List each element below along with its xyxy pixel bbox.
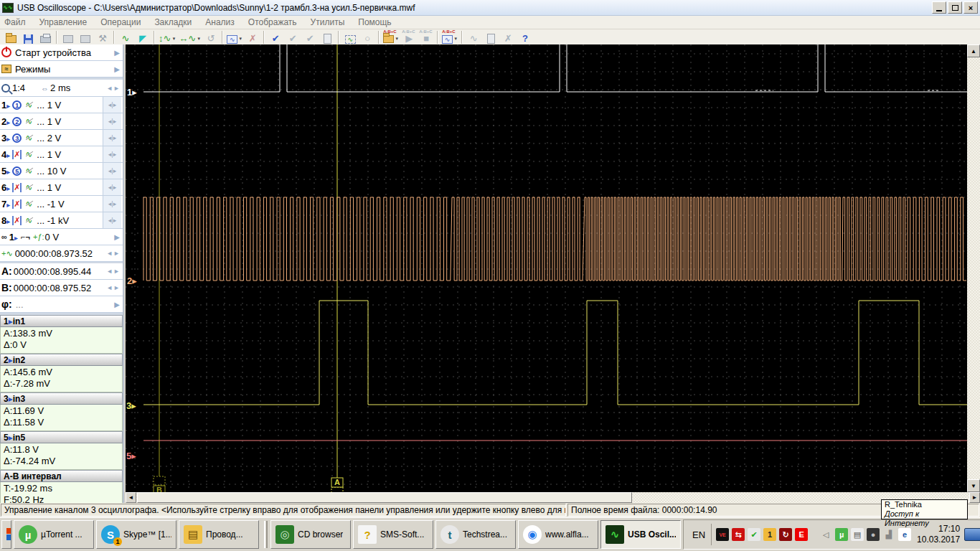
expand-arrow-icon[interactable]: ▶	[114, 65, 120, 73]
taskbar-button-utorrent[interactable]: µµTorrent ...	[14, 520, 94, 549]
expand-arrow-icon[interactable]: ▶	[114, 233, 120, 241]
restore-button[interactable]	[948, 1, 962, 14]
taskbar-button-skype[interactable]: S1Skype™ [1...	[96, 520, 176, 549]
copy-screen-button[interactable]	[60, 30, 76, 44]
tray-eset-icon[interactable]: e	[898, 528, 911, 541]
scroll-left-icon[interactable]: ◄	[126, 492, 136, 503]
channel-zero-label-1[interactable]: 1▸	[127, 87, 137, 98]
accept-all-button[interactable]: ✔	[285, 30, 301, 44]
channel-range-label[interactable]: ... 2 V	[37, 133, 103, 143]
show-desktop-icon[interactable]	[964, 528, 980, 541]
tray-sync-icon[interactable]: ⇆	[732, 528, 745, 541]
channel-adjust-arrows[interactable]: ◂|▸	[103, 113, 121, 129]
measure-header-in3[interactable]: 3▸in3	[0, 392, 123, 405]
tray-e-icon[interactable]: E	[795, 528, 808, 541]
menu-item-2[interactable]: Управление	[39, 17, 88, 27]
signal-view-button[interactable]: ∿	[118, 30, 133, 44]
copy-screen-2-button[interactable]	[77, 30, 93, 44]
menu-item-7[interactable]: Утилиты	[311, 17, 345, 27]
adjust-arrows-icon[interactable]: ◄►	[106, 284, 121, 291]
channel-3-row[interactable]: 3▸3∿... 2 V◂|▸	[0, 130, 123, 146]
tray-network-icon[interactable]: ▟	[882, 528, 895, 541]
start-device-button[interactable]: Старт устройства ▶	[0, 44, 123, 61]
script-stop-button[interactable]: ■A:B+C	[418, 30, 434, 44]
zoom-vertical-button[interactable]: ↕∿▼	[158, 30, 176, 44]
channel-range-label[interactable]: ... -1 kV	[37, 215, 103, 226]
channel-7-row[interactable]: 7▸✗∿... -1 V◂|▸	[0, 196, 123, 212]
accept-next-button[interactable]: ✔	[302, 30, 318, 44]
language-indicator[interactable]: EN	[687, 529, 711, 540]
tray-snagit-icon[interactable]: ●	[867, 528, 880, 541]
zoom-timebase-row[interactable]: 1:4 ⇔ 2 ms ◄►	[0, 80, 123, 97]
channel-wave-icon[interactable]: ∿	[24, 215, 34, 225]
horizontal-scrollbar[interactable]: ◄ ►	[126, 492, 980, 503]
channel-range-label[interactable]: ... 1 V	[37, 182, 103, 193]
menu-item-4[interactable]: Закладки	[154, 17, 192, 27]
channel-adjust-arrows[interactable]: ◂|▸	[103, 163, 121, 179]
delete-fragment-button[interactable]: ✗	[245, 30, 260, 44]
marker-b-row[interactable]: B: 0000:00:08.975.52 ◄►	[0, 280, 123, 296]
position-row[interactable]: +∿ 0000:00:08.973.52 ◄►	[0, 245, 123, 262]
channel-8-row[interactable]: 8▸✗∿... -1 kV◂|▸	[0, 212, 123, 229]
help-button[interactable]: ?	[517, 30, 533, 44]
channel-wave-icon[interactable]: ∿	[24, 100, 34, 110]
channel-wave-icon[interactable]: ∿	[24, 116, 34, 126]
channel-adjust-arrows[interactable]: ◂|▸	[103, 196, 121, 212]
taskbar-button-explorer[interactable]: ▤Провод...	[179, 520, 259, 549]
tray-folder-icon[interactable]: 1	[763, 528, 776, 541]
channel-4-row[interactable]: 4▸✗∿... 1 V◂|▸	[0, 146, 123, 163]
channel-wave-icon[interactable]: ∿	[24, 133, 34, 143]
channel-wave-icon[interactable]: ∿	[24, 182, 34, 192]
timebase-value[interactable]: 2 ms	[50, 83, 106, 93]
script-open-dropdown-icon[interactable]: ▼	[395, 33, 399, 44]
vertical-scrollbar[interactable]: ▲ ▼	[967, 44, 980, 492]
marker-a-row[interactable]: A: 0000:00:08.995.44 ◄►	[0, 263, 123, 280]
expand-arrow-icon[interactable]: ▶	[114, 49, 120, 57]
channel-disabled-icon[interactable]: ✗	[12, 150, 22, 159]
chart-window-button[interactable]: ∿▼	[226, 30, 243, 44]
print-button[interactable]	[37, 30, 53, 44]
taskbar-button-chrome[interactable]: ◉www.alfla...	[518, 520, 598, 549]
taskbar-button-cd[interactable]: ◎CD browser	[270, 520, 351, 549]
script-run-button[interactable]: ▶A:B+C	[401, 30, 417, 44]
script-open-button[interactable]: A:B+C▼	[382, 30, 400, 44]
scroll-right-icon[interactable]: ►	[969, 492, 980, 503]
channel-zero-label-2[interactable]: 2▸	[127, 276, 137, 286]
channel-zero-label-3[interactable]: 3▸	[126, 400, 136, 411]
channel-wave-icon[interactable]: ∿	[24, 149, 34, 159]
measure-header-in1[interactable]: 1▸in1	[0, 315, 123, 327]
save-file-button[interactable]	[20, 30, 36, 44]
menu-item-8[interactable]: Помощь	[358, 17, 391, 27]
undo-button[interactable]: ↺	[203, 30, 219, 44]
channel-adjust-arrows[interactable]: ◂|▸	[103, 146, 121, 162]
script-window-dropdown-icon[interactable]: ▼	[453, 33, 458, 44]
channel-1-row[interactable]: 1▸1∿... 1 V◂|▸	[0, 97, 123, 113]
modes-button[interactable]: ≈ Режимы ▶	[0, 61, 123, 77]
zoom-value[interactable]: 1:4	[12, 83, 25, 93]
channel-enabled-icon[interactable]: 1	[12, 100, 22, 110]
start-button[interactable]: Пуск	[1, 520, 11, 549]
accept-button[interactable]: ✔	[268, 30, 283, 44]
channel-adjust-arrows[interactable]: ◂|▸	[103, 179, 121, 195]
waveform-canvas[interactable]: AB1▸2▸3▸5▸	[126, 44, 967, 492]
tray-usb-icon[interactable]: ✔	[748, 528, 760, 541]
zoom-horizontal-dropdown-icon[interactable]: ▼	[197, 33, 201, 44]
menu-item-6[interactable]: Отображать	[248, 17, 297, 27]
channel-disabled-icon[interactable]: ✗	[12, 183, 22, 192]
zoom-horizontal-button[interactable]: ↔∿▼	[178, 30, 202, 44]
channel-6-row[interactable]: 6▸✗∿... 1 V◂|▸	[0, 179, 123, 196]
menu-item-1[interactable]: Файл	[4, 17, 26, 27]
wave-report-button[interactable]: ∿	[466, 30, 481, 44]
menu-item-5[interactable]: Анализ	[205, 17, 235, 27]
measure-header-in2[interactable]: 2▸in2	[0, 354, 123, 366]
close-button[interactable]: ×	[963, 1, 978, 14]
chart-window-dropdown-icon[interactable]: ▼	[238, 33, 242, 44]
channel-range-label[interactable]: ... 1 V	[37, 149, 103, 160]
channel-wave-icon[interactable]: ∿	[24, 199, 34, 209]
cursor-tool-button[interactable]: ◤	[135, 30, 151, 44]
channel-range-label[interactable]: ... 1 V	[37, 100, 103, 110]
horizontal-scroll-thumb[interactable]	[137, 492, 632, 503]
channel-range-label[interactable]: ... -1 V	[37, 199, 103, 209]
tray-ve-icon[interactable]: VE	[716, 528, 729, 541]
channel-adjust-arrows[interactable]: ◂|▸	[103, 212, 121, 228]
